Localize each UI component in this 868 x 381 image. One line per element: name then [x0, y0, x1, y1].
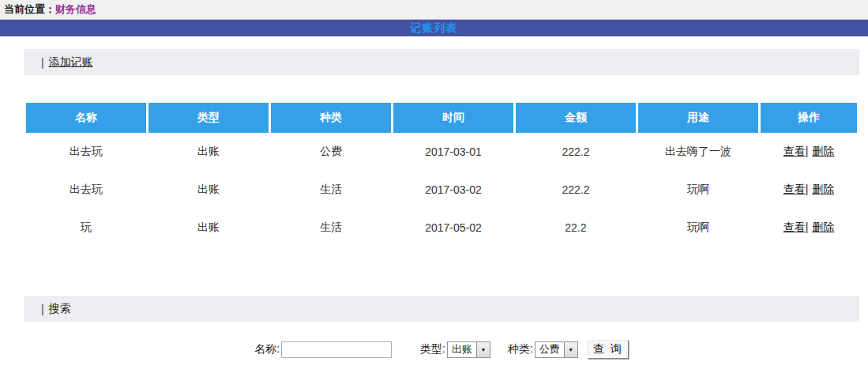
- cell-date: 2017-05-02: [393, 209, 513, 247]
- cell-category: 生活: [271, 209, 391, 247]
- name-search-input[interactable]: [281, 341, 392, 358]
- query-button[interactable]: 查 询: [588, 340, 629, 359]
- cell-type: 出账: [148, 171, 269, 209]
- cell-purpose: 玩啊: [638, 171, 758, 209]
- add-record-link[interactable]: 添加记账: [49, 55, 93, 70]
- breadcrumb-prefix: 当前位置：: [4, 2, 55, 17]
- delete-link[interactable]: 删除: [812, 221, 834, 233]
- cell-purpose: 玩啊: [638, 209, 758, 247]
- column-header-category: 种类: [271, 103, 391, 133]
- category-select-value: 公费: [535, 342, 564, 357]
- cell-amount: 222.2: [516, 133, 636, 171]
- category-select[interactable]: 公费 ▼: [535, 341, 578, 358]
- cell-date: 2017-03-01: [393, 133, 513, 171]
- action-separator: |: [806, 221, 809, 233]
- delete-link[interactable]: 删除: [812, 145, 834, 157]
- view-link[interactable]: 查看: [783, 221, 806, 233]
- cell-actions: 查看| 删除: [761, 133, 857, 171]
- cell-name: 出去玩: [26, 171, 146, 209]
- chevron-down-icon[interactable]: ▼: [564, 342, 577, 357]
- column-header-purpose: 用途: [638, 103, 758, 133]
- name-field-label: 名称:: [254, 342, 280, 356]
- section-divider: |: [41, 56, 44, 69]
- action-separator: |: [806, 145, 809, 157]
- type-field-label: 类型:: [420, 342, 445, 356]
- cell-amount: 222.2: [516, 171, 636, 209]
- cell-name: 玩: [26, 209, 146, 247]
- column-header-date: 时间: [393, 103, 513, 133]
- table-header-row: 名称 类型 种类 时间 金额 用途 操作: [26, 103, 857, 133]
- category-field-label: 种类:: [508, 342, 533, 356]
- page-title: 记账列表: [411, 21, 458, 36]
- action-separator: |: [806, 183, 809, 195]
- chevron-down-icon[interactable]: ▼: [476, 342, 490, 357]
- search-form: 名称: 类型: 出账 ▼ 种类: 公费 ▼ 查 询: [24, 339, 859, 360]
- table-row: 玩 出账 生活 2017-05-02 22.2 玩啊 查看| 删除: [26, 209, 857, 247]
- add-record-section-bar: | 添加记账: [24, 49, 859, 75]
- cell-type: 出账: [148, 133, 269, 171]
- breadcrumb-link-finance-info[interactable]: 财务信息: [55, 2, 96, 17]
- cell-category: 生活: [271, 171, 391, 209]
- cell-date: 2017-03-02: [393, 171, 513, 209]
- main-content: | 添加记账 名称 类型 种类 时间 金额 用途 操作 出去玩 出账 公费 20…: [24, 49, 859, 360]
- view-link[interactable]: 查看: [783, 183, 806, 195]
- column-header-type: 类型: [148, 103, 269, 133]
- column-header-name: 名称: [26, 103, 146, 133]
- cell-purpose: 出去嗨了一波: [638, 133, 758, 171]
- view-link[interactable]: 查看: [783, 145, 806, 157]
- search-section-label: 搜索: [49, 302, 71, 316]
- search-section-bar: | 搜索: [24, 296, 859, 322]
- breadcrumb: 当前位置：财务信息: [0, 0, 868, 20]
- type-select[interactable]: 出账 ▼: [447, 341, 490, 358]
- cell-amount: 22.2: [516, 209, 636, 247]
- cell-actions: 查看| 删除: [761, 171, 857, 209]
- table-row: 出去玩 出账 公费 2017-03-01 222.2 出去嗨了一波 查看| 删除: [26, 133, 857, 171]
- cell-category: 公费: [271, 133, 391, 171]
- column-header-amount: 金额: [516, 103, 636, 133]
- table-row: 出去玩 出账 生活 2017-03-02 222.2 玩啊 查看| 删除: [26, 171, 857, 209]
- type-select-value: 出账: [448, 342, 476, 357]
- cell-type: 出账: [148, 209, 269, 247]
- cell-actions: 查看| 删除: [761, 209, 857, 247]
- section-divider: |: [41, 303, 44, 315]
- cell-name: 出去玩: [26, 133, 146, 171]
- delete-link[interactable]: 删除: [812, 183, 834, 195]
- title-bar: 记账列表: [0, 20, 868, 36]
- records-table: 名称 类型 种类 时间 金额 用途 操作 出去玩 出账 公费 2017-03-0…: [24, 103, 859, 247]
- column-header-actions: 操作: [761, 103, 857, 133]
